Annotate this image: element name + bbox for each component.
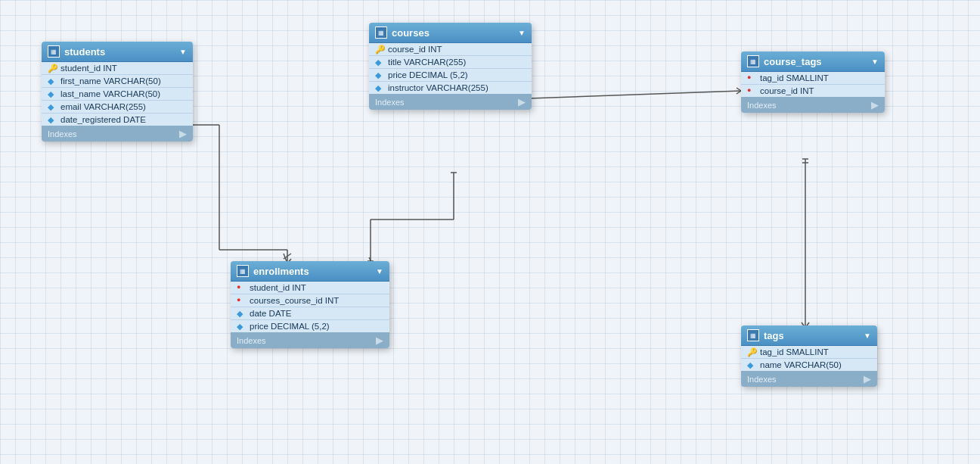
field-price-e: ◆ price DECIMAL (5,2) (231, 320, 389, 332)
table-courses-header: ▦ courses ▼ (369, 23, 532, 43)
field-tag-id-t: 🔑 tag_id SMALLINT (741, 346, 877, 359)
table-courses[interactable]: ▦ courses ▼ 🔑 course_id INT ◆ title VARC… (369, 23, 532, 110)
field-name-t-text: name VARCHAR(50) (760, 360, 842, 369)
field-student-id-e-text: student_id INT (250, 283, 306, 292)
table-tags-header: ▦ tags ▼ (741, 325, 877, 346)
table-icon-course-tags: ▦ (747, 55, 759, 67)
field-courses-course-id-text: courses_course_id INT (250, 296, 339, 305)
field-course-id-ct: ● course_id INT (741, 85, 885, 97)
pk-icon: 🔑 (375, 45, 384, 54)
table-course-tags-header: ▦ course_tags ▼ (741, 51, 885, 72)
field-first-name-text: first_name VARCHAR(50) (60, 76, 161, 86)
table-enrollments-body: ● student_id INT ● courses_course_id INT… (231, 282, 389, 332)
table-icon-enrollments: ▦ (237, 265, 249, 277)
field-icon: ◆ (48, 115, 57, 124)
enrollments-indexes-arrow[interactable]: ▶ (376, 335, 383, 346)
field-courses-course-id: ● courses_course_id INT (231, 294, 389, 307)
table-course-tags-name: course_tags (764, 56, 867, 67)
field-tag-id-t-text: tag_id SMALLINT (760, 347, 829, 357)
field-course-id: 🔑 course_id INT (369, 43, 532, 56)
field-date-e: ◆ date DATE (231, 307, 389, 320)
field-icon: ◆ (375, 58, 384, 67)
dropdown-icon-courses[interactable]: ▼ (518, 29, 526, 37)
field-name-t: ◆ name VARCHAR(50) (741, 359, 877, 371)
tags-indexes-label: Indexes (747, 375, 777, 384)
diagram-canvas: ▦ students ▼ 🔑 student_id INT ◆ first_na… (0, 0, 980, 464)
dropdown-icon-course-tags[interactable]: ▼ (871, 58, 879, 66)
field-student-id: 🔑 student_id INT (42, 62, 193, 75)
field-instructor: ◆ instructor VARCHAR(255) (369, 82, 532, 94)
fk-icon: ● (237, 296, 246, 305)
students-indexes-label: Indexes (48, 129, 77, 139)
field-date-registered-text: date_registered DATE (60, 115, 146, 124)
field-icon: ◆ (747, 360, 756, 369)
field-tag-id-ct: ● tag_id SMALLINT (741, 72, 885, 85)
field-title: ◆ title VARCHAR(255) (369, 56, 532, 69)
fk-icon: ● (237, 283, 246, 292)
field-email-text: email VARCHAR(255) (60, 102, 146, 111)
dropdown-icon-students[interactable]: ▼ (179, 48, 187, 56)
dropdown-icon-tags[interactable]: ▼ (864, 332, 871, 340)
field-course-id-ct-text: course_id INT (760, 86, 814, 95)
table-icon-students: ▦ (48, 45, 60, 58)
field-email: ◆ email VARCHAR(255) (42, 101, 193, 114)
course-tags-indexes-label: Indexes (747, 101, 777, 110)
field-student-id-e: ● student_id INT (231, 282, 389, 294)
field-icon: ◆ (375, 70, 384, 79)
table-courses-name: courses (392, 27, 513, 39)
field-course-id-text: course_id INT (388, 45, 442, 54)
table-enrollments-header: ▦ enrollments ▼ (231, 261, 389, 282)
tags-indexes-arrow[interactable]: ▶ (864, 373, 871, 385)
table-students[interactable]: ▦ students ▼ 🔑 student_id INT ◆ first_na… (42, 42, 193, 142)
table-course-tags[interactable]: ▦ course_tags ▼ ● tag_id SMALLINT ● cour… (741, 51, 885, 113)
course-tags-indexes-arrow[interactable]: ▶ (871, 99, 879, 111)
field-icon: ◆ (48, 89, 57, 98)
field-date-e-text: date DATE (250, 309, 291, 318)
table-tags[interactable]: ▦ tags ▼ 🔑 tag_id SMALLINT ◆ name VARCHA… (741, 325, 877, 387)
field-icon: ◆ (237, 309, 246, 318)
courses-indexes-arrow[interactable]: ▶ (518, 96, 526, 107)
table-icon-tags: ▦ (747, 329, 759, 341)
table-tags-name: tags (764, 330, 859, 341)
table-enrollments-name: enrollments (253, 266, 371, 277)
table-course-tags-footer[interactable]: Indexes ▶ (741, 97, 885, 113)
table-students-body: 🔑 student_id INT ◆ first_name VARCHAR(50… (42, 62, 193, 126)
field-price-e-text: price DECIMAL (5,2) (250, 322, 330, 331)
courses-indexes-label: Indexes (375, 98, 405, 107)
pk-icon: 🔑 (747, 347, 756, 357)
svg-line-15 (529, 91, 741, 98)
table-course-tags-body: ● tag_id SMALLINT ● course_id INT (741, 72, 885, 97)
field-first-name: ◆ first_name VARCHAR(50) (42, 75, 193, 88)
students-indexes-arrow[interactable]: ▶ (179, 128, 187, 139)
table-students-footer[interactable]: Indexes ▶ (42, 126, 193, 142)
field-icon: ◆ (237, 322, 246, 331)
field-date-registered: ◆ date_registered DATE (42, 114, 193, 126)
table-tags-footer[interactable]: Indexes ▶ (741, 371, 877, 387)
field-title-text: title VARCHAR(255) (388, 58, 466, 67)
enrollments-indexes-label: Indexes (237, 336, 266, 345)
field-student-id-text: student_id INT (60, 64, 117, 73)
field-icon: ◆ (48, 76, 57, 86)
field-tag-id-ct-text: tag_id SMALLINT (760, 73, 829, 83)
field-price: ◆ price DECIMAL (5,2) (369, 69, 532, 82)
field-price-text: price DECIMAL (5,2) (388, 70, 468, 79)
field-last-name: ◆ last_name VARCHAR(50) (42, 88, 193, 101)
table-students-name: students (64, 46, 175, 58)
fk-icon: ● (747, 86, 756, 95)
table-enrollments[interactable]: ▦ enrollments ▼ ● student_id INT ● cours… (231, 261, 389, 348)
fk-icon: ● (747, 73, 756, 83)
field-icon: ◆ (375, 83, 384, 92)
table-enrollments-footer[interactable]: Indexes ▶ (231, 332, 389, 348)
table-courses-body: 🔑 course_id INT ◆ title VARCHAR(255) ◆ p… (369, 43, 532, 94)
field-last-name-text: last_name VARCHAR(50) (60, 89, 160, 98)
table-icon-courses: ▦ (375, 26, 387, 39)
field-icon: ◆ (48, 102, 57, 111)
dropdown-icon-enrollments[interactable]: ▼ (376, 267, 383, 276)
pk-icon: 🔑 (48, 64, 57, 73)
table-tags-body: 🔑 tag_id SMALLINT ◆ name VARCHAR(50) (741, 346, 877, 371)
svg-line-6 (284, 254, 291, 259)
table-students-header: ▦ students ▼ (42, 42, 193, 62)
field-instructor-text: instructor VARCHAR(255) (388, 83, 488, 92)
table-courses-footer[interactable]: Indexes ▶ (369, 94, 532, 110)
